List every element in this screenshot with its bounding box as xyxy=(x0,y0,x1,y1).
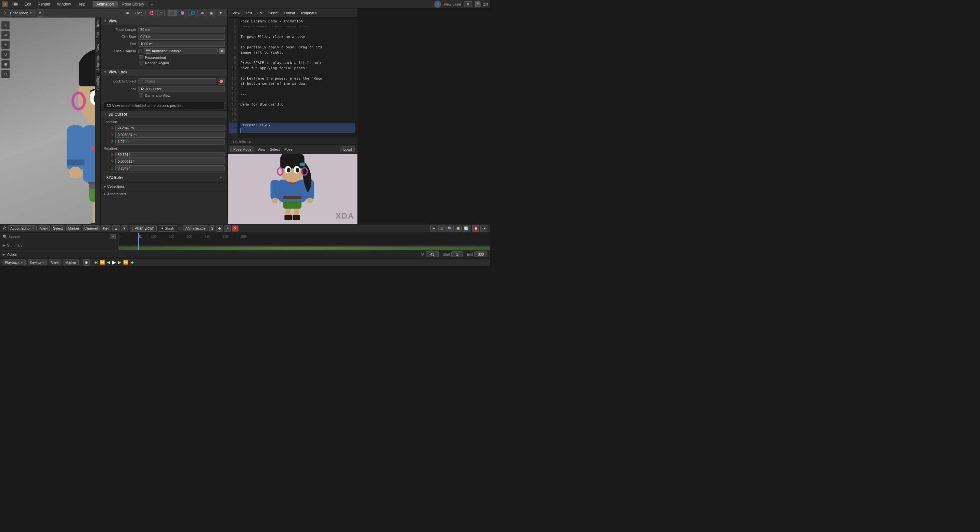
pose-pose-btn[interactable]: Pose xyxy=(283,148,294,151)
next-keyframe-btn[interactable]: ▶ xyxy=(117,259,122,265)
camera-remove-btn[interactable]: ✕ xyxy=(219,48,225,54)
menu-edit[interactable]: Edit xyxy=(22,1,34,7)
viewport-shading-rendered[interactable]: 🌐 xyxy=(188,10,197,16)
end-frame-input[interactable] xyxy=(474,251,487,257)
focal-length-input[interactable]: 50 mm xyxy=(138,27,225,32)
text-menu-select[interactable]: Select xyxy=(267,10,281,16)
object-input[interactable]: ⬡ Object xyxy=(138,78,216,84)
side-tab-animation[interactable]: Animation xyxy=(95,53,100,73)
search-type-btn[interactable]: ⇄ xyxy=(110,234,116,239)
action-copy-btn[interactable]: ⊕ xyxy=(216,226,223,232)
menu-help[interactable]: Help xyxy=(75,1,88,7)
step-back-btn[interactable]: ⏪ xyxy=(99,259,106,265)
local-camera-checkbox[interactable] xyxy=(138,49,142,53)
summary-timeline[interactable] xyxy=(119,241,490,250)
view-section-header[interactable]: ▼ View xyxy=(101,17,228,25)
action-key-btn[interactable]: Key xyxy=(101,226,111,231)
text-menu-templates[interactable]: Templates xyxy=(298,10,318,16)
scale-tool[interactable]: ⊞ xyxy=(1,60,10,68)
action-channel-btn[interactable]: Channel xyxy=(83,226,100,231)
move-tool[interactable]: ✛ xyxy=(1,41,10,49)
push-down-btn[interactable]: ↓ Push Down xyxy=(130,225,157,232)
pose-select-btn[interactable]: Select xyxy=(268,148,281,151)
search-input[interactable] xyxy=(9,235,108,239)
view-pb-btn[interactable]: View xyxy=(49,259,61,265)
text-menu-view[interactable]: View xyxy=(231,10,242,16)
pose-mode-btn[interactable]: Pose Mode xyxy=(231,146,255,152)
view-layer-dropdown[interactable]: ▼ xyxy=(464,1,472,7)
action-unlink-btn[interactable]: ↗ xyxy=(224,226,231,232)
menu-file[interactable]: File xyxy=(9,1,21,7)
action-select-btn[interactable]: Select xyxy=(51,226,65,231)
camera-to-view-checkbox[interactable] xyxy=(139,93,143,97)
text-menu-edit[interactable]: Edit xyxy=(255,10,266,16)
to-3d-cursor-btn[interactable]: To 3D Cursor xyxy=(138,86,225,92)
tab-pose-library[interactable]: Pose Library xyxy=(118,1,148,8)
move-up-btn[interactable]: ▲ xyxy=(113,226,120,231)
side-tab-tool[interactable]: Tool xyxy=(95,29,100,41)
cursor-ry-input[interactable]: 0.000012° xyxy=(115,159,225,164)
local-origin-btn[interactable]: Local xyxy=(132,10,146,16)
collections-row[interactable]: ▶ Collections xyxy=(101,183,228,190)
add-workspace-button[interactable]: + xyxy=(149,1,155,8)
cursor-x-input[interactable]: -0.2947 m xyxy=(115,125,225,131)
transform-tool[interactable]: ⊡ xyxy=(1,70,10,78)
viewport-3d[interactable]: ⬡ Pose Mode ▼ ≡ ⊕ Local 🧲 ⊙ ⬛ 🔮 🌐 xyxy=(0,8,228,224)
clip-start-input[interactable]: 0.01 m xyxy=(138,34,225,40)
annotations-row[interactable]: ▶ Annotations xyxy=(101,190,228,197)
prev-keyframe-btn[interactable]: ◀ xyxy=(106,259,111,265)
cursor-rx-input[interactable]: 80.531° xyxy=(115,152,225,157)
snap-btn[interactable]: 🧲 xyxy=(147,10,156,16)
cursor-tool[interactable]: ⊕ xyxy=(1,31,10,39)
cursor-z-input[interactable]: 1.274 m xyxy=(115,139,225,145)
render-region-checkbox[interactable] xyxy=(139,61,143,65)
wave-btn[interactable]: 〜 xyxy=(480,225,487,232)
start-frame-input[interactable] xyxy=(451,251,463,257)
cursor-section-header[interactable]: ▼ 3D Cursor xyxy=(101,111,228,118)
step-fwd-btn[interactable]: ⏩ xyxy=(123,259,129,265)
pose-local-btn[interactable]: Local xyxy=(340,146,355,152)
playback-mode-btn[interactable]: Playback ▼ xyxy=(3,259,25,265)
sync-btn[interactable]: 🔃 xyxy=(463,225,470,232)
side-tab-view[interactable]: View xyxy=(95,41,100,54)
xyz-euler-row[interactable]: XYZ Euler ▼ xyxy=(103,174,225,181)
record-btn[interactable]: ⏺ xyxy=(472,225,479,232)
side-tab-item[interactable]: Item xyxy=(95,17,100,29)
camera-name-field[interactable]: 📷 Animation Camera xyxy=(144,48,218,54)
pin-icon-btn[interactable]: ⚠ xyxy=(438,225,445,232)
keying-btn[interactable]: Keying ▼ xyxy=(28,259,47,265)
end-input[interactable]: 1000 m xyxy=(138,41,225,47)
proportional-btn[interactable]: ⊙ xyxy=(157,10,165,16)
play-btn[interactable]: ▶ xyxy=(111,259,117,266)
jump-end-btn[interactable]: ⏭ xyxy=(130,259,135,265)
global-pivot-btn[interactable]: ⊕ xyxy=(124,10,131,16)
stash-btn[interactable]: ✦ Stash xyxy=(158,226,177,232)
select-tool[interactable]: ↖ xyxy=(1,21,10,30)
menu-window[interactable]: Window xyxy=(54,1,73,7)
xray-btn[interactable]: ▣ xyxy=(208,10,215,16)
action-num-input[interactable]: 2 xyxy=(209,226,215,231)
overlay-btn[interactable]: ⊕ xyxy=(199,10,206,16)
eyedropper-btn[interactable]: 🎯 xyxy=(218,78,225,85)
view-lock-section-header[interactable]: ▼ View Lock xyxy=(101,68,228,76)
cursor-y-input[interactable]: 0.003287 m xyxy=(115,132,225,138)
action-view-btn[interactable]: View xyxy=(38,226,50,231)
tab-animation[interactable]: Animation xyxy=(92,1,118,8)
channel-filter-btn[interactable]: 🔍 xyxy=(447,225,453,232)
viewport-shading-material[interactable]: 🔮 xyxy=(178,10,187,16)
filter-icon-btn[interactable]: ↩ xyxy=(430,225,438,232)
passepartout-checkbox[interactable] xyxy=(139,55,143,59)
mesh-icon-btn[interactable]: ≡ xyxy=(37,10,44,17)
marker-pb-btn[interactable]: Marker xyxy=(63,259,79,265)
pose-view-btn[interactable]: View xyxy=(256,148,267,151)
action-close-btn[interactable]: ✕ xyxy=(232,226,239,232)
jump-start-btn[interactable]: ⏮ xyxy=(93,259,99,265)
record-btn-pb[interactable]: ⏺ xyxy=(83,259,90,266)
action-editor-mode-btn[interactable]: Action Editor ▼ xyxy=(8,226,37,231)
more-options-btn[interactable]: ▼ xyxy=(217,10,225,16)
move-down-btn[interactable]: ▼ xyxy=(121,226,128,231)
code-area[interactable]: Pose Library Demo - Animation ==========… xyxy=(238,17,358,138)
current-frame-input[interactable] xyxy=(426,251,439,257)
text-menu-format[interactable]: Format xyxy=(282,10,297,16)
normalization-btn[interactable]: ⊞ xyxy=(455,225,462,232)
